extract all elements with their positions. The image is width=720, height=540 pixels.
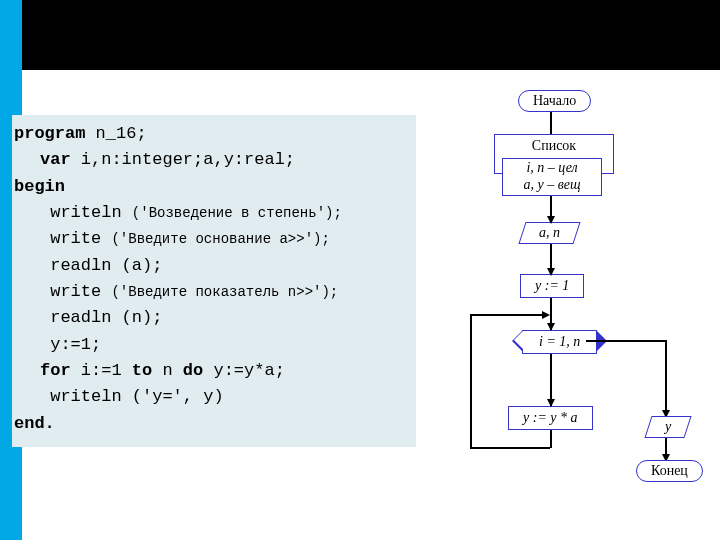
kw-begin: begin [14, 177, 65, 196]
code-t6: readln (a); [40, 256, 162, 275]
flowchart: Начало Список данных i, n – цел a, y – в… [450, 90, 710, 530]
flow-loop-label: i = 1, n [539, 334, 580, 349]
code-t10d: n [152, 361, 183, 380]
flow-body: y := y * a [508, 406, 593, 430]
flow-input: a, n [518, 222, 580, 244]
kw-var: var [40, 150, 71, 169]
kw-program: program [14, 124, 85, 143]
code-block: program n_16; var i,n:integer;a,y:real; … [12, 115, 416, 447]
flow-input-label: a, n [539, 225, 560, 241]
flow-init: y := 1 [520, 274, 584, 298]
code-t1: n_16; [85, 124, 146, 143]
code-t5b: ('Введите основание a>>'); [111, 231, 329, 247]
flow-start: Начало [518, 90, 591, 112]
code-t11: writeln ('y=', y) [40, 387, 224, 406]
code-t7b: ('Введите показатель n>>'); [111, 284, 338, 300]
top-bar [0, 0, 720, 70]
code-t9: y:=1; [40, 335, 101, 354]
flow-data-desc1: i, n – цел [526, 160, 577, 175]
kw-to: to [132, 361, 152, 380]
flow-end: Конец [636, 460, 703, 482]
code-t5a: write [40, 229, 111, 248]
code-t4b: ('Возведение в степень'); [132, 205, 342, 221]
code-t4a: writeln [40, 203, 132, 222]
code-t8: readln (n); [40, 308, 162, 327]
kw-end: end. [14, 414, 55, 433]
code-t2: i,n:integer;a,y:real; [71, 150, 295, 169]
code-t7a: write [40, 282, 111, 301]
flow-end-label: Конец [651, 463, 688, 478]
flow-data-desc2: a, y – вещ [523, 177, 580, 192]
flow-output-label: y [665, 419, 671, 435]
code-t10b: i:=1 [71, 361, 132, 380]
flow-output: y [644, 416, 691, 438]
code-t10f: y:=y*a; [203, 361, 285, 380]
kw-for: for [40, 361, 71, 380]
flow-data-desc: i, n – цел a, y – вещ [502, 158, 602, 196]
flow-init-label: y := 1 [535, 278, 569, 293]
kw-do: do [183, 361, 203, 380]
flow-body-label: y := y * a [523, 410, 578, 425]
flow-loop: i = 1, n [522, 330, 597, 354]
flow-start-label: Начало [533, 93, 576, 108]
